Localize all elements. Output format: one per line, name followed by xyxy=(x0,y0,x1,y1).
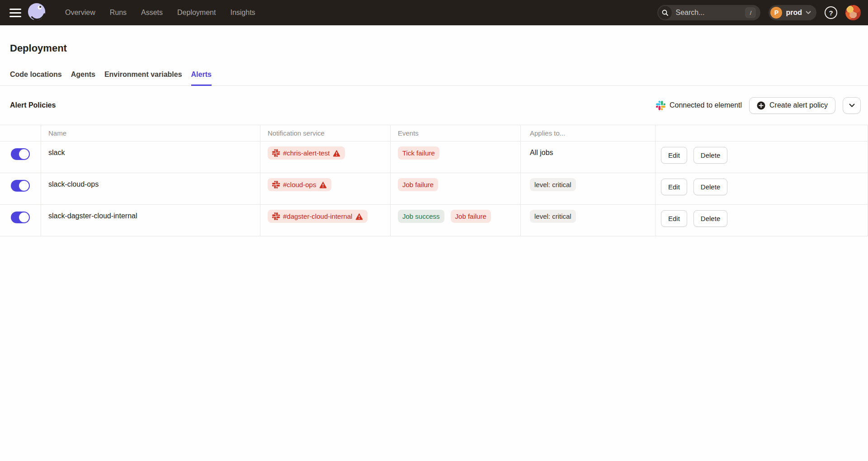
top-nav: OverviewRunsAssetsDeploymentInsights / P… xyxy=(0,0,868,25)
warning-icon xyxy=(319,181,327,188)
edit-button[interactable]: Edit xyxy=(661,179,687,195)
nav-item-runs[interactable]: Runs xyxy=(110,9,127,16)
search-box[interactable]: / xyxy=(657,5,760,20)
warning-icon xyxy=(333,149,340,157)
user-avatar[interactable] xyxy=(845,5,861,20)
actions-cell: EditDelete xyxy=(656,205,868,236)
more-actions-button[interactable] xyxy=(843,97,861,114)
slack-icon xyxy=(272,212,280,220)
notification-channel: #chris-alert-test xyxy=(283,149,330,157)
hamburger-icon[interactable] xyxy=(6,4,24,22)
event-badge: Job failure xyxy=(451,210,491,223)
delete-button[interactable]: Delete xyxy=(693,147,727,164)
table-row: slack-cloud-ops xyxy=(0,173,868,205)
event-badge: Job failure xyxy=(398,178,438,191)
column-header-notification-service: Notification service xyxy=(260,125,391,141)
plus-circle-icon xyxy=(757,101,765,110)
deployment-tabs: Code locationsAgentsEnvironment variable… xyxy=(0,70,868,86)
policy-enabled-toggle[interactable] xyxy=(11,212,30,223)
help-icon[interactable]: ? xyxy=(825,6,837,19)
table-row: slack-dagster-cloud-internal xyxy=(0,205,868,236)
applies-to-cell: level: critical xyxy=(521,205,656,236)
applies-to-value: All jobs xyxy=(530,149,553,157)
search-input[interactable] xyxy=(672,9,745,17)
policy-name: slack xyxy=(41,141,260,173)
events-cell: Job failure xyxy=(391,173,521,204)
events-cell: Tick failure xyxy=(391,141,521,173)
nav-item-assets[interactable]: Assets xyxy=(141,9,163,16)
toggle-column-header xyxy=(0,125,41,141)
nav-item-deployment[interactable]: Deployment xyxy=(177,9,216,16)
tab-code-locations[interactable]: Code locations xyxy=(10,70,62,86)
alert-policies-table: Name Notification service Events Applies… xyxy=(0,125,868,236)
policy-name: slack-cloud-ops xyxy=(41,173,260,204)
edit-button[interactable]: Edit xyxy=(661,147,687,164)
column-header-applies-to: Applies to... xyxy=(521,125,656,141)
actions-cell: EditDelete xyxy=(656,173,868,204)
edit-button[interactable]: Edit xyxy=(661,210,687,227)
table-row: slack xyxy=(0,141,868,173)
actions-column-header xyxy=(656,125,868,141)
notification-channel: #dagster-cloud-internal xyxy=(283,212,352,221)
applies-to-value: level: critical xyxy=(530,210,576,223)
main-nav-links: OverviewRunsAssetsDeploymentInsights xyxy=(65,9,255,17)
events-cell: Job successJob failure xyxy=(391,205,521,236)
applies-to-cell: All jobs xyxy=(521,141,656,173)
policy-enabled-toggle[interactable] xyxy=(11,148,30,160)
slack-icon xyxy=(272,149,280,157)
nav-item-insights[interactable]: Insights xyxy=(230,9,255,16)
deployment-switcher[interactable]: P prod xyxy=(769,5,816,20)
notification-channel: #cloud-ops xyxy=(283,180,316,189)
table-header-row: Name Notification service Events Applies… xyxy=(0,125,868,141)
main-content: Deployment Code locationsAgentsEnvironme… xyxy=(0,42,868,236)
slack-icon xyxy=(272,181,280,188)
chevron-down-icon xyxy=(806,11,811,14)
tab-environment-variables[interactable]: Environment variables xyxy=(104,70,182,86)
notification-service-badge: #dagster-cloud-internal xyxy=(268,210,368,223)
notification-service-badge: #cloud-ops xyxy=(268,178,331,191)
delete-button[interactable]: Delete xyxy=(693,210,727,227)
event-badge: Job success xyxy=(398,210,444,223)
chevron-down-icon xyxy=(849,103,855,108)
event-badge: Tick failure xyxy=(398,146,439,160)
policy-enabled-toggle[interactable] xyxy=(11,180,30,192)
create-alert-policy-label: Create alert policy xyxy=(769,101,828,109)
warning-icon xyxy=(355,212,363,220)
applies-to-cell: level: critical xyxy=(521,173,656,204)
dagster-logo[interactable] xyxy=(27,2,47,23)
search-shortcut-key: / xyxy=(745,7,756,18)
create-alert-policy-button[interactable]: Create alert policy xyxy=(749,97,835,114)
policy-name: slack-dagster-cloud-internal xyxy=(41,205,260,236)
deployment-avatar: P xyxy=(770,7,782,19)
page-title: Deployment xyxy=(10,42,868,54)
slack-icon xyxy=(656,101,665,110)
alert-policies-heading: Alert Policies xyxy=(10,101,56,109)
nav-item-overview[interactable]: Overview xyxy=(65,9,95,16)
alert-policies-rows: slack xyxy=(0,141,868,236)
tab-alerts[interactable]: Alerts xyxy=(191,70,212,86)
applies-to-value: level: critical xyxy=(530,178,576,191)
delete-button[interactable]: Delete xyxy=(693,179,727,195)
tab-agents[interactable]: Agents xyxy=(71,70,95,86)
notification-service-badge: #chris-alert-test xyxy=(268,146,345,160)
actions-cell: EditDelete xyxy=(656,141,868,173)
column-header-name: Name xyxy=(41,125,260,141)
slack-connected-status: Connected to elementl xyxy=(656,101,742,110)
alert-policies-bar: Alert Policies Connected to elementl xyxy=(0,86,868,125)
deployment-switcher-label: prod xyxy=(786,9,802,17)
column-header-events: Events xyxy=(391,125,521,141)
search-icon xyxy=(658,6,672,19)
connected-text: Connected to elementl xyxy=(670,101,742,109)
